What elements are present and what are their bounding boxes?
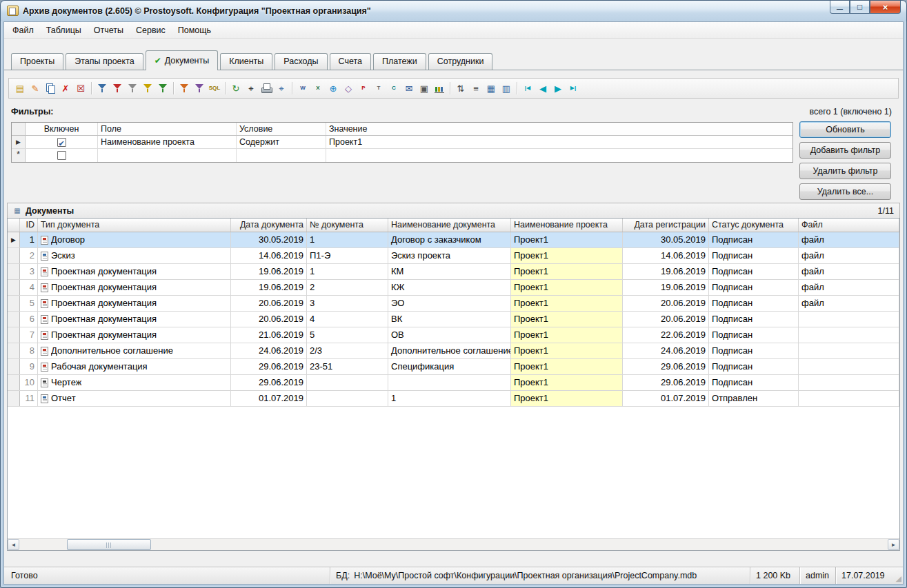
cell-status[interactable]: Отправлен xyxy=(709,391,799,406)
add-record-icon[interactable]: ▤ xyxy=(13,81,27,95)
cell-reg_date[interactable]: 14.06.2019 xyxy=(623,248,709,263)
cell-date[interactable]: 24.06.2019 xyxy=(231,343,307,358)
table-row[interactable]: 10Чертеж29.06.2019Проект129.06.2019Подпи… xyxy=(8,375,899,391)
column-header-file[interactable]: Файл xyxy=(799,219,899,232)
filter-enabled-checkbox[interactable] xyxy=(57,151,66,160)
cell-status[interactable]: Подписан xyxy=(709,264,799,279)
nav-last-icon[interactable]: ▶| xyxy=(566,81,580,95)
cell-number[interactable]: 1 xyxy=(307,264,388,279)
cell-reg_date[interactable]: 22.06.2019 xyxy=(623,327,709,343)
column-settings-icon[interactable]: ▥ xyxy=(499,81,513,95)
cell-number[interactable]: 1 xyxy=(307,232,388,247)
refresh-icon[interactable]: ↻ xyxy=(229,81,243,95)
filter-enabled-checkbox[interactable] xyxy=(57,138,66,147)
cell-file[interactable]: файл xyxy=(799,264,899,279)
cell-number[interactable] xyxy=(307,391,388,406)
print-icon[interactable] xyxy=(259,81,273,95)
clear-filter-icon[interactable] xyxy=(110,81,124,95)
filter-row[interactable]: ▶Наименование проектаСодержитПроект1 xyxy=(12,136,793,149)
table-row[interactable]: ▶1Договор30.05.20191Договор с заказчиком… xyxy=(8,232,899,248)
cell-reg_date[interactable]: 29.06.2019 xyxy=(623,359,709,374)
menu-reports[interactable]: Отчеты xyxy=(88,23,130,37)
advanced-filter-icon[interactable] xyxy=(177,81,191,95)
row-selector[interactable] xyxy=(8,248,20,263)
cell-date[interactable]: 29.06.2019 xyxy=(231,359,307,374)
tab-expenses[interactable]: Расходы xyxy=(275,53,327,70)
cell-type[interactable]: Отчет xyxy=(38,391,231,406)
copy-record-icon[interactable] xyxy=(43,81,57,95)
cell-name[interactable]: Эскиз проекта xyxy=(388,248,511,263)
cell-type[interactable]: Проектная документация xyxy=(38,264,231,279)
cell-file[interactable]: файл xyxy=(799,232,899,247)
cell-project[interactable]: Проект1 xyxy=(511,248,623,263)
row-selector[interactable] xyxy=(8,375,20,390)
cell-name[interactable]: 1 xyxy=(388,391,511,406)
edit-record-icon[interactable]: ✎ xyxy=(28,81,42,95)
cell-number[interactable] xyxy=(307,375,388,390)
cell-type[interactable]: Рабочая документация xyxy=(38,359,231,374)
cell-project[interactable]: Проект1 xyxy=(511,264,623,279)
cell-file[interactable] xyxy=(799,391,899,406)
cell-name[interactable]: ЭО xyxy=(388,296,511,311)
resize-grip[interactable] xyxy=(892,567,903,584)
filter-column-header[interactable]: Поле xyxy=(98,123,237,135)
filter-enabled-cell[interactable] xyxy=(26,136,98,148)
add-filter-button[interactable]: Добавить фильтр xyxy=(799,142,891,159)
close-button[interactable] xyxy=(870,1,901,14)
table-row[interactable]: 3Проектная документация19.06.20191КМПрое… xyxy=(8,264,899,280)
filter-field-cell[interactable] xyxy=(98,149,237,162)
cell-date[interactable]: 29.06.2019 xyxy=(231,375,307,390)
filter-condition-cell[interactable] xyxy=(237,149,326,162)
cell-id[interactable]: 3 xyxy=(20,264,38,279)
cell-number[interactable]: 3 xyxy=(307,296,388,311)
cell-type[interactable]: Проектная документация xyxy=(38,280,231,295)
cell-file[interactable] xyxy=(799,359,899,374)
row-selector[interactable] xyxy=(8,359,20,374)
tab-clients[interactable]: Клиенты xyxy=(220,53,272,70)
set-filter-icon[interactable] xyxy=(95,81,109,95)
disable-filter-icon[interactable] xyxy=(126,81,139,95)
table-row[interactable]: 2Эскиз14.06.2019П1-ЭЭскиз проектаПроект1… xyxy=(8,248,899,264)
cell-reg_date[interactable]: 01.07.2019 xyxy=(623,391,709,406)
cell-name[interactable]: Договор с заказчиком xyxy=(388,232,511,247)
filter-column-header[interactable]: Условие xyxy=(237,123,326,135)
cell-number[interactable]: П1-Э xyxy=(307,248,388,263)
filter-by-selection-icon[interactable] xyxy=(141,81,155,95)
cell-date[interactable]: 21.06.2019 xyxy=(231,327,307,343)
cell-date[interactable]: 19.06.2019 xyxy=(231,280,307,295)
export-xml-icon[interactable]: ◇ xyxy=(341,81,355,95)
cell-date[interactable]: 30.05.2019 xyxy=(231,232,307,247)
cell-reg_date[interactable]: 19.06.2019 xyxy=(623,280,709,295)
cell-type[interactable]: Проектная документация xyxy=(38,296,231,311)
menu-help[interactable]: Помощь xyxy=(172,23,217,37)
cell-type[interactable]: Дополнительное соглашение xyxy=(38,343,231,358)
cell-date[interactable]: 01.07.2019 xyxy=(231,391,307,406)
row-selector[interactable]: ▶ xyxy=(8,232,20,247)
nav-first-icon[interactable]: |◀ xyxy=(521,81,535,95)
cell-id[interactable]: 7 xyxy=(20,327,38,343)
delete-all-filters-button[interactable]: Удалить все... xyxy=(799,183,891,200)
column-header-reg_date[interactable]: Дата регистрации xyxy=(623,219,709,232)
cell-id[interactable]: 9 xyxy=(20,359,38,374)
cell-status[interactable]: Подписан xyxy=(709,327,799,343)
table-row[interactable]: 8Дополнительное соглашение24.06.20192/3Д… xyxy=(8,343,899,359)
cell-file[interactable]: файл xyxy=(799,248,899,263)
cell-project[interactable]: Проект1 xyxy=(511,296,623,311)
cell-id[interactable]: 4 xyxy=(20,280,38,295)
cell-number[interactable]: 5 xyxy=(307,327,388,343)
cell-reg_date[interactable]: 20.06.2019 xyxy=(623,312,709,327)
cell-reg_date[interactable]: 30.05.2019 xyxy=(623,232,709,247)
row-selector[interactable] xyxy=(8,264,20,279)
table-row[interactable]: 4Проектная документация19.06.20192КЖПрое… xyxy=(8,280,899,296)
export-word-icon[interactable]: W xyxy=(296,81,310,95)
tab-projects[interactable]: Проекты xyxy=(11,53,63,70)
delete-filter-button[interactable]: Удалить фильтр xyxy=(799,163,891,179)
filter-column-header[interactable]: Значение xyxy=(326,123,793,135)
cell-project[interactable]: Проект1 xyxy=(511,280,623,295)
cell-project[interactable]: Проект1 xyxy=(511,312,623,327)
menu-service[interactable]: Сервис xyxy=(130,23,172,37)
cell-project[interactable]: Проект1 xyxy=(511,359,623,374)
cell-status[interactable]: Подписан xyxy=(709,248,799,263)
scroll-left-arrow[interactable] xyxy=(8,539,19,550)
row-selector[interactable] xyxy=(8,296,20,311)
